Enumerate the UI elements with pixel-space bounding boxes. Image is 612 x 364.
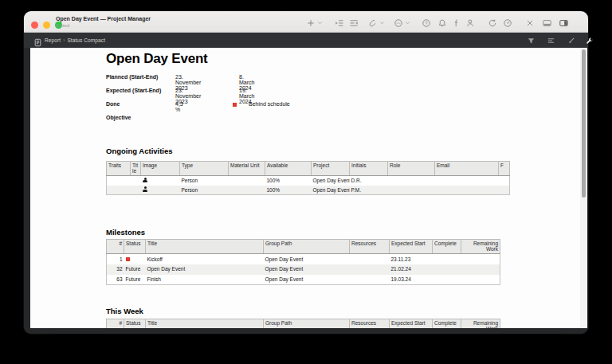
table-cell	[433, 275, 461, 285]
table-cell: Future	[124, 275, 146, 285]
section-heading-ongoing: Ongoing Activities	[106, 147, 173, 155]
person-resources-icon[interactable]	[465, 18, 475, 28]
table-cell: Open Day Event	[264, 264, 350, 275]
column-header: #	[107, 240, 124, 254]
breadcrumb: Report›Status Compact	[45, 37, 105, 43]
status-flag-icon	[126, 257, 130, 261]
outdent-icon[interactable]	[348, 18, 359, 28]
table-cell	[499, 186, 510, 195]
column-header: Expected Start	[390, 240, 433, 254]
table-cell	[141, 176, 180, 186]
column-header: Remaining Work	[461, 319, 500, 329]
table-cell	[229, 186, 265, 195]
status-flag-icon	[233, 103, 237, 107]
table-cell: 21.02.24	[390, 264, 433, 275]
table-cell: D.R.	[350, 176, 388, 186]
gauge-icon[interactable]	[502, 18, 512, 28]
field-label: Planned (Start-End)	[106, 74, 174, 80]
field-label: Objective	[106, 115, 174, 120]
column-header: Resources	[350, 240, 390, 254]
app-window: Open Day Event — Project Manager Edited …	[24, 11, 588, 334]
table-row[interactable]: Person100%Open Day EventD.R.	[107, 176, 510, 186]
settings-wrench-icon[interactable]	[584, 36, 594, 45]
done-percent: 4,3 %	[175, 101, 183, 112]
svg-text:?: ?	[425, 21, 428, 25]
section-heading-this-week: This Week	[106, 307, 143, 315]
report-toolbar: Report›Status Compact	[24, 33, 588, 48]
column-header: Project	[312, 162, 350, 176]
outline-lines-icon[interactable]	[546, 36, 555, 45]
table-cell: Open Day Event	[312, 186, 350, 195]
help-icon[interactable]: ?	[421, 18, 431, 28]
person-icon	[143, 178, 148, 183]
table-cell: P.M.	[350, 186, 388, 195]
table-cell: Future	[124, 264, 146, 275]
titlebar: Open Day Event — Project Manager Edited …	[24, 11, 588, 33]
vertical-scrollbar[interactable]	[580, 48, 587, 328]
table-cell	[229, 176, 265, 186]
table-cell: 1	[107, 254, 124, 264]
section-heading-milestones: Milestones	[106, 228, 145, 237]
table-row[interactable]: Person100%Open Day EventP.M.	[107, 186, 510, 195]
table-cell	[350, 264, 390, 275]
flag-icon[interactable]	[451, 18, 461, 28]
field-label: Done	[106, 101, 174, 107]
column-header: F	[499, 162, 510, 176]
scrollbar-thumb[interactable]	[582, 49, 586, 198]
column-header: Role	[388, 162, 435, 176]
column-header: Traits	[107, 162, 131, 176]
add-chevron-icon[interactable]	[316, 18, 323, 28]
table-cell	[141, 186, 180, 195]
column-header: Status	[124, 319, 146, 329]
table-row[interactable]: 1KickoffOpen Day Event23.11.23	[107, 254, 500, 264]
table-cell: 23.11.23	[390, 254, 433, 264]
column-header: Resources	[350, 319, 390, 329]
column-header: Complete	[433, 319, 461, 329]
more-circle-icon[interactable]	[393, 18, 403, 28]
table-header-row: TraitsTitleImageTypeMaterial UnitAvailab…	[107, 162, 510, 176]
right-panel-icon[interactable]	[559, 18, 569, 28]
table-cell: Finish	[146, 275, 264, 285]
table-cell: Kickoff	[146, 254, 264, 264]
column-header: Initials	[350, 162, 388, 176]
notifications-bell-icon[interactable]	[437, 18, 447, 28]
style-brush-icon[interactable]	[566, 36, 575, 45]
window-title: Open Day Event — Project Manager	[56, 15, 151, 22]
column-header: Group Path	[264, 319, 350, 329]
filter-funnel-icon[interactable]	[526, 36, 536, 45]
bottom-panel-icon[interactable]	[542, 18, 552, 28]
table-cell	[388, 186, 435, 195]
more-chevron-icon[interactable]	[404, 18, 410, 28]
table-row[interactable]: 32FutureOpen Day EventOpen Day Event21.0…	[107, 264, 500, 275]
column-header: Image	[141, 162, 180, 176]
table-header-row: #StatusTitleGroup PathResourcesExpected …	[107, 319, 500, 329]
indent-icon[interactable]	[334, 18, 344, 28]
column-header: #	[107, 319, 124, 329]
person-icon	[143, 186, 148, 192]
add-icon[interactable]	[305, 18, 316, 28]
field-label: Expected (Start-End)	[106, 88, 174, 93]
minimize-window-button[interactable]	[43, 22, 50, 29]
attach-icon[interactable]	[367, 18, 378, 28]
table-cell: 100%	[265, 176, 312, 186]
attach-chevron-icon[interactable]	[379, 18, 385, 28]
table-cell	[461, 275, 500, 285]
this-week-table: #StatusTitleGroup PathResourcesExpected …	[106, 319, 500, 328]
sync-icon[interactable]	[487, 18, 497, 28]
column-header: Expected Start	[390, 319, 433, 329]
column-header: Remaining Work	[461, 240, 500, 254]
table-cell	[499, 176, 510, 186]
report-page: Open Day Event Planned (Start-End) 23. N…	[30, 48, 580, 328]
breadcrumb-report[interactable]: Report	[45, 37, 61, 43]
breadcrumb-status-compact[interactable]: Status Compact	[67, 37, 105, 43]
table-cell: 63	[107, 275, 124, 285]
table-cell	[461, 254, 500, 264]
table-row[interactable]: 63FutureFinishOpen Day Event19.03.24	[107, 275, 500, 285]
ongoing-activities-table: TraitsTitleImageTypeMaterial UnitAvailab…	[106, 161, 510, 195]
close-x-icon[interactable]	[524, 18, 535, 28]
close-window-button[interactable]	[31, 22, 38, 29]
column-header: Material Unit	[229, 162, 265, 176]
milestones-table: #StatusTitleGroup PathResourcesExpected …	[106, 239, 500, 285]
table-cell: Person	[180, 186, 229, 195]
column-header: Title	[146, 319, 264, 329]
